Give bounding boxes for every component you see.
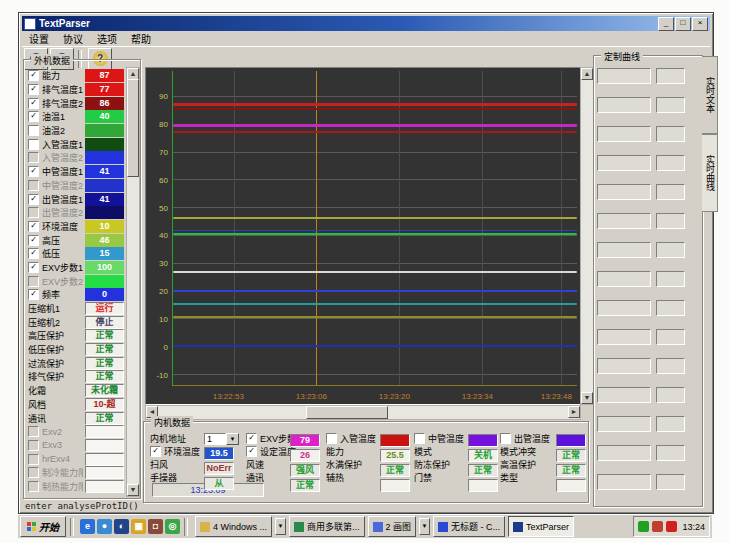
chevron-down-icon[interactable]: ▼ <box>226 433 239 445</box>
indoor-value-badge: 正常 <box>380 464 410 477</box>
checkbox[interactable] <box>28 139 39 150</box>
curve-value-field[interactable] <box>656 387 685 403</box>
curve-name-field[interactable] <box>597 387 651 403</box>
checkbox[interactable]: ✓ <box>246 446 257 457</box>
checkbox[interactable]: ✓ <box>150 446 161 457</box>
curve-value-field[interactable] <box>656 271 685 287</box>
checkbox[interactable]: ✓ <box>28 98 39 109</box>
chevron-down-icon[interactable]: ▼ <box>419 518 430 535</box>
curve-value-field[interactable] <box>656 445 685 461</box>
checkbox[interactable]: ✓ <box>28 194 39 205</box>
close-button[interactable]: × <box>692 17 708 31</box>
curve-name-field[interactable] <box>597 445 651 461</box>
tray-lightning-icon[interactable] <box>666 521 677 532</box>
taskbar-button[interactable]: 商用多联第... <box>289 516 365 537</box>
firefox-icon[interactable]: ◐ <box>114 519 129 534</box>
system-tray: 13:24 <box>633 516 710 537</box>
checkbox[interactable] <box>414 433 425 444</box>
checkbox[interactable] <box>28 125 39 136</box>
chevron-down-icon[interactable]: ▼ <box>275 518 286 535</box>
curve-name-field[interactable] <box>597 213 651 229</box>
menu-item-0[interactable]: 设置 <box>22 31 56 46</box>
curve-value-field[interactable] <box>656 97 685 113</box>
curve-value-field[interactable] <box>656 184 685 200</box>
scroll-up-icon[interactable]: ▲ <box>581 68 593 80</box>
taskbar-button[interactable]: TextParser <box>508 516 574 537</box>
checkbox[interactable]: ✓ <box>28 289 39 300</box>
curve-value-field[interactable] <box>656 416 685 432</box>
checkbox[interactable]: ✓ <box>28 84 39 95</box>
curve-value-field[interactable] <box>656 213 685 229</box>
curve-name-field[interactable] <box>597 97 651 113</box>
outdoor-row: ✓排气温度177 <box>26 83 126 97</box>
tray-red-green-icon[interactable] <box>652 521 663 532</box>
curve-value-field[interactable] <box>656 155 685 171</box>
checkbox[interactable]: ✓ <box>28 235 39 246</box>
start-button[interactable]: 开始 <box>20 516 66 537</box>
curve-name-field[interactable] <box>597 68 651 84</box>
curve-value-field[interactable] <box>656 300 685 316</box>
title-bar[interactable]: TextParser _ □ × <box>22 16 710 31</box>
curve-name-field[interactable] <box>597 474 651 490</box>
curve-name-field[interactable] <box>597 184 651 200</box>
curve-name-field[interactable] <box>597 242 651 258</box>
menu-item-2[interactable]: 选项 <box>90 31 124 46</box>
curve-value-field[interactable] <box>656 68 685 84</box>
checkbox[interactable]: ✓ <box>28 248 39 259</box>
custom-curve-row <box>597 300 699 315</box>
address-dropdown[interactable]: 1▼ <box>204 433 239 445</box>
curve-name-field[interactable] <box>597 155 651 171</box>
window-icon <box>513 522 523 532</box>
scroll-down-icon[interactable]: ▼ <box>127 484 139 496</box>
checkbox[interactable]: ✓ <box>28 70 39 81</box>
curve-value-field[interactable] <box>656 474 685 490</box>
checkbox[interactable]: ✓ <box>28 111 39 122</box>
outdoor-row: ✓能力87 <box>26 69 126 83</box>
taskbar-button[interactable]: 2 画图 <box>368 516 417 537</box>
checkbox <box>28 467 39 478</box>
checkbox[interactable] <box>500 433 511 444</box>
taskbar-clock[interactable]: 13:24 <box>682 522 705 532</box>
browser-globe-icon[interactable]: ● <box>97 519 112 534</box>
restore-button[interactable]: □ <box>675 17 691 31</box>
scrollbar-thumb[interactable] <box>306 406 388 419</box>
window-icon <box>438 522 448 532</box>
menu-item-3[interactable]: 帮助 <box>124 31 158 46</box>
curve-value-field[interactable] <box>656 358 685 374</box>
chart-vertical-scrollbar[interactable]: ▲ ▼ <box>580 67 594 405</box>
media-icon[interactable]: ◎ <box>165 519 180 534</box>
ie-icon[interactable]: e <box>80 519 95 534</box>
checkbox[interactable] <box>326 433 337 444</box>
outdoor-item-label: EXV步数1 <box>42 261 83 274</box>
minimize-button[interactable]: _ <box>658 17 674 31</box>
taskbar-button[interactable]: 4 Windows ... <box>195 516 272 537</box>
checkbox[interactable]: ✓ <box>28 221 39 232</box>
scroll-down-icon[interactable]: ▼ <box>581 392 593 404</box>
outdoor-scrollbar[interactable]: ▲ ▼ <box>126 67 140 497</box>
menu-item-1[interactable]: 协议 <box>56 31 90 46</box>
indoor-value-badge: 25.5 <box>380 449 410 462</box>
checkbox[interactable]: ✓ <box>246 433 257 444</box>
chart-cursor-line[interactable] <box>316 71 317 385</box>
lock-icon[interactable]: ◘ <box>148 519 163 534</box>
checkbox[interactable]: ✓ <box>28 262 39 273</box>
curve-name-field[interactable] <box>597 358 651 374</box>
curve-name-field[interactable] <box>597 126 651 142</box>
side-tab-1[interactable]: 实时文本 <box>702 56 718 134</box>
checkbox[interactable]: ✓ <box>28 166 39 177</box>
taskbar-button[interactable]: 无标题 - C... <box>433 516 505 537</box>
curve-value-field[interactable] <box>656 242 685 258</box>
curve-value-field[interactable] <box>656 126 685 142</box>
outdoor-row: 风档10-超 <box>26 398 126 412</box>
messenger-icon[interactable]: ▣ <box>131 519 146 534</box>
curve-value-field[interactable] <box>656 329 685 345</box>
side-tab-2[interactable]: 实时曲线 <box>702 134 718 212</box>
curve-name-field[interactable] <box>597 329 651 345</box>
curve-name-field[interactable] <box>597 416 651 432</box>
curve-name-field[interactable] <box>597 271 651 287</box>
chart-horizontal-scrollbar[interactable]: ◄ ► <box>145 405 581 420</box>
scroll-right-icon[interactable]: ► <box>568 406 580 418</box>
curve-name-field[interactable] <box>597 300 651 316</box>
tray-green-icon[interactable] <box>638 521 649 532</box>
scrollbar-thumb[interactable] <box>127 79 139 177</box>
